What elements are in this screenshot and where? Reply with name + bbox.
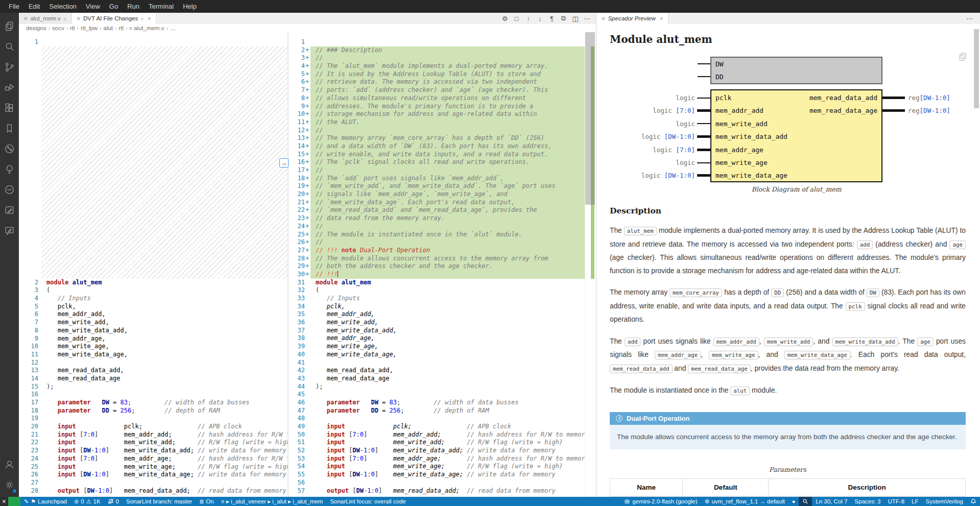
overview-ruler[interactable] (585, 32, 595, 497)
more-actions-icon[interactable]: ⋯ (582, 15, 592, 22)
tab-alut-mem-v[interactable]: ≡alut_mem.vc (19, 13, 72, 24)
close-icon[interactable]: × (660, 15, 663, 21)
wave-comment-icon[interactable] (1, 179, 18, 200)
pilcrow-icon[interactable]: ¶ (547, 15, 557, 22)
line-number: 49 (289, 423, 305, 431)
account-icon[interactable] (1, 454, 18, 474)
diff-modified-pane[interactable]: 12+// ### Description3+//4+// The `alut_… (289, 32, 585, 497)
menu-item-file[interactable]: File (4, 3, 24, 10)
code-text: input pclk; // APB clock (310, 423, 585, 431)
status-item-dvt-status[interactable]: ≣On (196, 497, 218, 506)
menu-item-run[interactable]: Run (123, 3, 144, 10)
diff-editor[interactable]: 12module alut_mem3(4 // Inputs5 pclk,6 m… (19, 32, 595, 497)
code-text: // `mem_read_data_add` and `mem_read_dat… (310, 206, 585, 214)
breadcrumb-label: designs (26, 25, 46, 31)
menu-item-edit[interactable]: Edit (24, 3, 44, 10)
split-editor-icon[interactable]: ◫ (570, 15, 580, 22)
trace-graph-icon[interactable] (1, 138, 18, 159)
status-item-search-box[interactable] (799, 497, 812, 506)
settings-gear-icon[interactable]: ⚙ (500, 15, 510, 22)
run-debug-icon[interactable] (1, 77, 18, 98)
line-number: 7 (19, 319, 38, 327)
remote-status-segment[interactable] (8, 497, 20, 506)
status-item-sonarlint-focus[interactable]: SonarLint focus: overall code (326, 497, 409, 506)
gutter: 7+ (289, 86, 310, 94)
status-item-launchpad[interactable]: ✎⚑Launchpad (20, 497, 70, 506)
code-line: 45 (289, 391, 585, 399)
status-text: uvm_ref_flow_1.1 → default (711, 498, 784, 504)
revert-change-button[interactable]: → (279, 158, 289, 167)
status-item-eol[interactable]: LF (908, 497, 922, 506)
status-item-notifications-muted[interactable]: 0 (104, 497, 123, 506)
breadcrumb-item[interactable]: rtl (118, 25, 124, 31)
comment-edit-icon[interactable] (1, 220, 18, 240)
code-text: input [7:0] mem_addr_age; // hash addres… (310, 455, 585, 463)
line-number: 28 (19, 487, 38, 495)
code-line: 41 (289, 359, 585, 367)
tab-dvt-ai-file-changes[interactable]: ≡DVT AI File Changesc× (72, 13, 157, 24)
verification-tree-icon[interactable] (1, 159, 18, 179)
status-item-design-hierarchy[interactable]: ≡▸ i_alut_veneer ▸ i_alut ▸ i_alut_mem (218, 497, 327, 506)
code-text: ); (41, 383, 288, 391)
more-actions-icon[interactable]: ⋯ (966, 15, 980, 22)
code-line: 1 (19, 38, 288, 46)
breadcrumb-item[interactable]: rtl_lpw (81, 25, 98, 31)
input-port-name: mem_write_data_age (715, 169, 787, 182)
previous-change-icon[interactable]: ↑ (523, 15, 533, 22)
settings-gear-icon[interactable] (1, 474, 18, 495)
line-number: 30 (289, 271, 305, 279)
diff-add-sign (305, 303, 310, 311)
remote-indicator[interactable] (0, 497, 8, 506)
code-line: 25 input mem_write_age; // R/W flag (wri… (19, 463, 288, 471)
status-item-sonarlint-branch[interactable]: SonarLint branch: master (123, 497, 196, 506)
status-item-notifications[interactable] (967, 497, 980, 506)
breadcrumb-item[interactable]: ≡ alut_mem.v (129, 25, 164, 31)
status-item-problems[interactable]: ⊘0⚠1K (70, 497, 104, 506)
inline-code: mem_addr_age (655, 351, 701, 359)
note-edit-icon[interactable] (1, 200, 18, 220)
preview-content: Module alut_mem Block Diagram of alut_me… (596, 24, 980, 497)
code-line: 21 input [7:0] mem_addr_add; // hash add… (19, 431, 288, 439)
search-icon (802, 498, 808, 504)
open-preview-icon[interactable]: ⧉ (559, 14, 568, 22)
status-item-indentation[interactable]: Spaces: 3 (851, 497, 884, 506)
copy-diagram-icon[interactable] (958, 52, 968, 62)
menu-item-help[interactable]: Help (178, 3, 201, 10)
close-icon[interactable]: × (148, 15, 151, 21)
extensions-icon[interactable] (1, 98, 18, 118)
code-line: 40 mem_write_data_age, (289, 351, 585, 359)
status-item-status-dot[interactable]: ● (788, 497, 799, 506)
status-text: LF (912, 498, 918, 504)
code-line: 3( (19, 286, 288, 295)
menu-item-view[interactable]: View (81, 3, 105, 10)
whitespace-icon[interactable]: □ (512, 15, 521, 22)
tab-specador-preview[interactable]: ≡ Specador Preview × (596, 13, 668, 24)
code-line: 19 (19, 415, 288, 423)
breadcrumb-item[interactable]: designs (26, 25, 46, 31)
status-item-ref-flow[interactable]: ⚙uvm_ref_flow_1.1 → default (701, 497, 788, 506)
menu-item-go[interactable]: Go (105, 3, 123, 10)
status-item-cursor-position[interactable]: Ln 30, Col 7 (812, 497, 851, 506)
next-change-icon[interactable]: ↓ (535, 15, 545, 22)
explorer-icon[interactable] (1, 16, 18, 36)
breadcrumb-item[interactable]: … (170, 25, 176, 31)
status-item-encoding[interactable]: UTF-8 (884, 497, 908, 506)
code-line: 35 mem_addr_add, (289, 310, 585, 319)
breadcrumb-item[interactable]: alut (104, 25, 113, 31)
gutter: 56 (289, 479, 310, 487)
breadcrumb-item[interactable]: rtl (70, 25, 75, 31)
diff-original-pane[interactable]: 12module alut_mem3(4 // Inputs5 pclk,6 m… (19, 32, 288, 497)
scrollbar-thumb[interactable] (585, 32, 595, 205)
source-control-icon[interactable] (1, 57, 18, 77)
breadcrumb[interactable]: designs›socv›rtl›rtl_lpw›alut›rtl›≡ alut… (19, 24, 585, 32)
bookmarks-icon[interactable] (1, 118, 18, 138)
menu-item-selection[interactable]: Selection (44, 3, 81, 10)
status-item-language-mode[interactable]: SystemVerilog (922, 497, 967, 506)
status-item-ai-model[interactable]: gemini-2.0-flash (google) (620, 497, 701, 506)
search-icon[interactable] (1, 36, 18, 57)
inline-code: add (625, 338, 641, 346)
diff-add-sign (305, 286, 310, 295)
menu-item-terminal[interactable]: Terminal (144, 3, 178, 10)
scrollbar-thumb[interactable] (974, 29, 979, 108)
breadcrumb-item[interactable]: socv (52, 25, 64, 31)
